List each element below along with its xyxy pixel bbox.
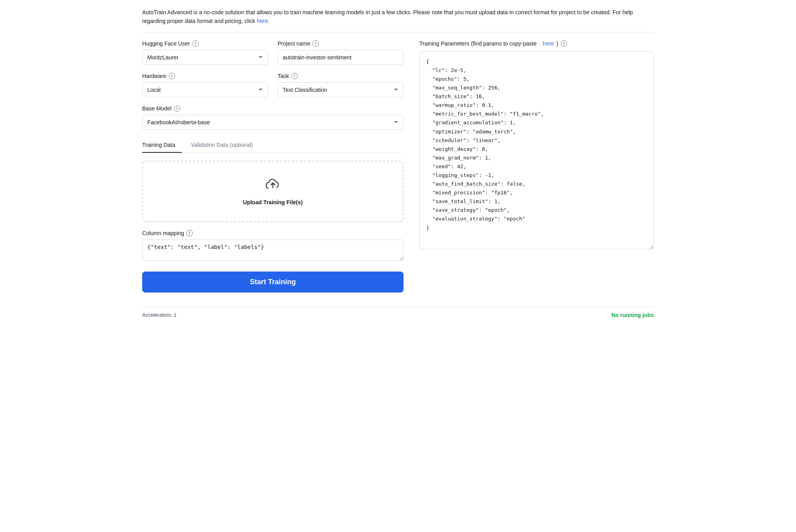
tabs-container: Training Data Validation Data (optional) (142, 138, 404, 153)
base-model-select[interactable]: FacebookAI/roberta-base bert-base-uncase… (142, 115, 404, 130)
task-group: Task i Text Classification Token Classif… (278, 73, 404, 97)
training-params-header: Training Parameters (find params to copy… (419, 40, 654, 47)
banner-link[interactable]: here (257, 18, 268, 24)
page-container: AutoTrain Advanced is a no-code solution… (133, 0, 663, 326)
upload-area[interactable]: Upload Training File(s) (142, 161, 404, 222)
hugging-face-user-label: Hugging Face User i (142, 40, 268, 47)
project-name-label: Project name i (278, 40, 404, 47)
base-model-label-text: Base Model (142, 105, 171, 112)
hardware-group: Hardware i Local Cloud - A10G Cloud - T4… (142, 73, 268, 97)
training-params-label-end: ) (556, 40, 558, 47)
bottom-bar: Accelerators: 1 No running jobs (142, 307, 654, 318)
upload-icon (151, 177, 395, 194)
project-name-input[interactable] (278, 50, 404, 65)
task-label: Task i (278, 73, 404, 79)
accelerators-text: Accelerators: 1 (142, 312, 177, 318)
column-mapping-info-icon[interactable]: i (187, 230, 193, 236)
tab-validation-data[interactable]: Validation Data (optional) (191, 138, 259, 153)
hugging-face-user-group: Hugging Face User i MoritzLaurer (142, 40, 268, 65)
column-mapping-section: Column mapping i {"text": "text", "label… (142, 230, 404, 262)
training-params-info-icon[interactable]: i (561, 40, 567, 47)
hardware-select[interactable]: Local Cloud - A10G Cloud - T4 Cloud - A1… (142, 82, 268, 97)
left-panel: Hugging Face User i MoritzLaurer Project… (142, 40, 404, 299)
form-row-2: Hardware i Local Cloud - A10G Cloud - T4… (142, 73, 404, 97)
training-params-label-text: Training Parameters (find params to copy… (419, 40, 537, 47)
upload-label-text: Upload Training File(s) (151, 199, 395, 205)
project-name-info-icon[interactable]: i (312, 40, 319, 47)
project-name-label-text: Project name (278, 40, 310, 47)
main-content: Hugging Face User i MoritzLaurer Project… (142, 40, 654, 299)
column-mapping-input[interactable]: {"text": "text", "label": "labels"} (142, 239, 404, 261)
info-banner: AutoTrain Advanced is a no-code solution… (142, 8, 654, 32)
tab-training-data[interactable]: Training Data (142, 138, 182, 153)
right-panel: Training Parameters (find params to copy… (419, 40, 654, 251)
start-training-button-label: Start Training (250, 278, 296, 286)
training-params-editor[interactable]: { "lr": 2e-5, "epochs": 5, "max_seq_leng… (419, 51, 654, 249)
hardware-label: Hardware i (142, 73, 268, 79)
column-mapping-label: Column mapping i (142, 230, 404, 236)
hugging-face-user-label-text: Hugging Face User (142, 40, 190, 47)
hugging-face-user-info-icon[interactable]: i (192, 40, 199, 47)
banner-text: AutoTrain Advanced is a no-code solution… (142, 9, 633, 24)
hardware-label-text: Hardware (142, 73, 166, 79)
task-info-icon[interactable]: i (291, 73, 298, 79)
form-row-1: Hugging Face User i MoritzLaurer Project… (142, 40, 404, 65)
project-name-group: Project name i (278, 40, 404, 65)
base-model-row: Base Model i FacebookAI/roberta-base ber… (142, 105, 404, 130)
training-params-link[interactable]: here (543, 40, 554, 47)
task-label-text: Task (278, 73, 289, 79)
tab-training-data-label: Training Data (142, 142, 175, 148)
column-mapping-label-text: Column mapping (142, 230, 184, 236)
no-running-jobs-status: No running jobs (611, 312, 654, 318)
start-training-button[interactable]: Start Training (142, 272, 404, 293)
hardware-info-icon[interactable]: i (169, 73, 175, 79)
base-model-label: Base Model i (142, 105, 404, 112)
task-select[interactable]: Text Classification Token Classification… (278, 82, 404, 97)
base-model-info-icon[interactable]: i (174, 105, 180, 112)
tab-validation-data-label: Validation Data (optional) (191, 142, 253, 148)
hugging-face-user-select[interactable]: MoritzLaurer (142, 50, 268, 65)
